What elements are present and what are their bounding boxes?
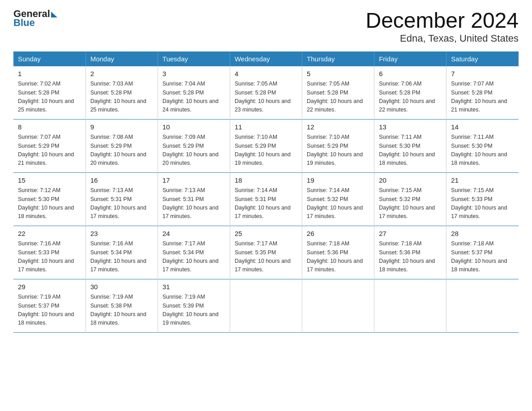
header-tuesday: Tuesday	[158, 51, 230, 66]
calendar-cell: 19 Sunrise: 7:14 AMSunset: 5:32 PMDaylig…	[302, 172, 374, 226]
page-title: December 2024	[365, 9, 519, 33]
calendar-cell: 17 Sunrise: 7:13 AMSunset: 5:31 PMDaylig…	[158, 172, 230, 226]
calendar-cell: 6 Sunrise: 7:06 AMSunset: 5:28 PMDayligh…	[374, 66, 446, 120]
day-info: Sunrise: 7:04 AMSunset: 5:28 PMDaylight:…	[163, 80, 225, 115]
day-number: 11	[235, 122, 297, 133]
day-number: 21	[451, 176, 514, 186]
calendar-cell: 30 Sunrise: 7:19 AMSunset: 5:38 PMDaylig…	[86, 279, 158, 332]
day-number: 9	[90, 122, 153, 133]
calendar-cell	[446, 279, 519, 332]
day-number: 6	[379, 69, 442, 79]
day-info: Sunrise: 7:14 AMSunset: 5:32 PMDaylight:…	[307, 186, 369, 221]
day-info: Sunrise: 7:18 AMSunset: 5:37 PMDaylight:…	[451, 240, 514, 274]
day-number: 29	[18, 282, 81, 292]
day-number: 8	[18, 122, 81, 133]
logo-arrow-icon	[51, 12, 57, 17]
calendar-cell: 9 Sunrise: 7:08 AMSunset: 5:29 PMDayligh…	[86, 119, 158, 172]
day-number: 30	[90, 282, 153, 292]
day-info: Sunrise: 7:11 AMSunset: 5:30 PMDaylight:…	[451, 133, 514, 168]
header-saturday: Saturday	[446, 51, 519, 66]
calendar-week-row: 29 Sunrise: 7:19 AMSunset: 5:37 PMDaylig…	[13, 279, 519, 332]
day-info: Sunrise: 7:08 AMSunset: 5:29 PMDaylight:…	[90, 133, 153, 168]
day-info: Sunrise: 7:09 AMSunset: 5:29 PMDaylight:…	[163, 133, 225, 168]
header-monday: Monday	[86, 51, 158, 66]
day-info: Sunrise: 7:10 AMSunset: 5:29 PMDaylight:…	[307, 133, 369, 168]
calendar-cell: 5 Sunrise: 7:05 AMSunset: 5:28 PMDayligh…	[302, 66, 374, 120]
day-number: 15	[18, 176, 81, 186]
calendar-cell: 24 Sunrise: 7:17 AMSunset: 5:34 PMDaylig…	[158, 226, 230, 279]
day-number: 3	[163, 69, 225, 79]
calendar-cell: 10 Sunrise: 7:09 AMSunset: 5:29 PMDaylig…	[158, 119, 230, 172]
day-number: 28	[451, 229, 514, 239]
day-info: Sunrise: 7:18 AMSunset: 5:36 PMDaylight:…	[379, 240, 442, 274]
day-info: Sunrise: 7:11 AMSunset: 5:30 PMDaylight:…	[379, 133, 442, 168]
header-sunday: Sunday	[13, 51, 86, 66]
day-info: Sunrise: 7:05 AMSunset: 5:28 PMDaylight:…	[235, 80, 297, 115]
day-info: Sunrise: 7:17 AMSunset: 5:34 PMDaylight:…	[163, 240, 225, 274]
calendar-cell: 14 Sunrise: 7:11 AMSunset: 5:30 PMDaylig…	[446, 119, 519, 172]
calendar-cell: 4 Sunrise: 7:05 AMSunset: 5:28 PMDayligh…	[230, 66, 302, 120]
day-info: Sunrise: 7:19 AMSunset: 5:37 PMDaylight:…	[18, 293, 81, 328]
day-number: 23	[90, 229, 153, 239]
day-number: 1	[18, 69, 81, 79]
day-number: 24	[163, 229, 225, 239]
calendar-cell	[374, 279, 446, 332]
calendar-cell: 7 Sunrise: 7:07 AMSunset: 5:28 PMDayligh…	[446, 66, 519, 120]
logo-blue-text: Blue	[13, 18, 35, 28]
day-info: Sunrise: 7:15 AMSunset: 5:32 PMDaylight:…	[379, 186, 442, 221]
calendar-week-row: 22 Sunrise: 7:16 AMSunset: 5:33 PMDaylig…	[13, 226, 519, 279]
day-number: 20	[379, 176, 442, 186]
calendar-week-row: 1 Sunrise: 7:02 AMSunset: 5:28 PMDayligh…	[13, 66, 519, 120]
calendar-cell: 29 Sunrise: 7:19 AMSunset: 5:37 PMDaylig…	[13, 279, 86, 332]
day-number: 16	[90, 176, 153, 186]
day-number: 5	[307, 69, 369, 79]
day-number: 19	[307, 176, 369, 186]
calendar-cell: 13 Sunrise: 7:11 AMSunset: 5:30 PMDaylig…	[374, 119, 446, 172]
day-info: Sunrise: 7:14 AMSunset: 5:31 PMDaylight:…	[235, 186, 297, 221]
day-number: 25	[235, 229, 297, 239]
header-wednesday: Wednesday	[230, 51, 302, 66]
day-number: 18	[235, 176, 297, 186]
day-number: 27	[379, 229, 442, 239]
day-number: 12	[307, 122, 369, 133]
day-number: 26	[307, 229, 369, 239]
calendar-cell: 27 Sunrise: 7:18 AMSunset: 5:36 PMDaylig…	[374, 226, 446, 279]
day-info: Sunrise: 7:19 AMSunset: 5:39 PMDaylight:…	[163, 293, 225, 328]
day-info: Sunrise: 7:19 AMSunset: 5:38 PMDaylight:…	[90, 293, 153, 328]
title-block: December 2024 Edna, Texas, United States	[365, 9, 519, 44]
calendar-cell: 12 Sunrise: 7:10 AMSunset: 5:29 PMDaylig…	[302, 119, 374, 172]
header-friday: Friday	[374, 51, 446, 66]
calendar-cell: 2 Sunrise: 7:03 AMSunset: 5:28 PMDayligh…	[86, 66, 158, 120]
day-number: 10	[163, 122, 225, 133]
day-info: Sunrise: 7:16 AMSunset: 5:34 PMDaylight:…	[90, 240, 153, 274]
calendar-cell: 22 Sunrise: 7:16 AMSunset: 5:33 PMDaylig…	[13, 226, 86, 279]
day-info: Sunrise: 7:15 AMSunset: 5:33 PMDaylight:…	[451, 186, 514, 221]
calendar-cell: 18 Sunrise: 7:14 AMSunset: 5:31 PMDaylig…	[230, 172, 302, 226]
day-info: Sunrise: 7:05 AMSunset: 5:28 PMDaylight:…	[307, 80, 369, 115]
calendar-cell	[230, 279, 302, 332]
day-info: Sunrise: 7:06 AMSunset: 5:28 PMDaylight:…	[379, 80, 442, 115]
calendar-cell: 8 Sunrise: 7:07 AMSunset: 5:29 PMDayligh…	[13, 119, 86, 172]
calendar-cell: 31 Sunrise: 7:19 AMSunset: 5:39 PMDaylig…	[158, 279, 230, 332]
day-info: Sunrise: 7:16 AMSunset: 5:33 PMDaylight:…	[18, 240, 81, 274]
calendar-cell: 15 Sunrise: 7:12 AMSunset: 5:30 PMDaylig…	[13, 172, 86, 226]
calendar-header-row: SundayMondayTuesdayWednesdayThursdayFrid…	[13, 51, 519, 66]
day-info: Sunrise: 7:07 AMSunset: 5:29 PMDaylight:…	[18, 133, 81, 168]
calendar-cell	[302, 279, 374, 332]
day-info: Sunrise: 7:12 AMSunset: 5:30 PMDaylight:…	[18, 186, 81, 221]
day-number: 17	[163, 176, 225, 186]
day-number: 13	[379, 122, 442, 133]
day-number: 7	[451, 69, 514, 79]
calendar-table: SundayMondayTuesdayWednesdayThursdayFrid…	[13, 51, 519, 333]
calendar-cell: 1 Sunrise: 7:02 AMSunset: 5:28 PMDayligh…	[13, 66, 86, 120]
day-info: Sunrise: 7:17 AMSunset: 5:35 PMDaylight:…	[235, 240, 297, 274]
day-number: 4	[235, 69, 297, 79]
calendar-cell: 21 Sunrise: 7:15 AMSunset: 5:33 PMDaylig…	[446, 172, 519, 226]
day-number: 22	[18, 229, 81, 239]
day-number: 14	[451, 122, 514, 133]
page-header: General Blue December 2024 Edna, Texas, …	[13, 9, 519, 44]
day-info: Sunrise: 7:03 AMSunset: 5:28 PMDaylight:…	[90, 80, 153, 115]
day-number: 2	[90, 69, 153, 79]
calendar-cell: 20 Sunrise: 7:15 AMSunset: 5:32 PMDaylig…	[374, 172, 446, 226]
day-number: 31	[163, 282, 225, 292]
